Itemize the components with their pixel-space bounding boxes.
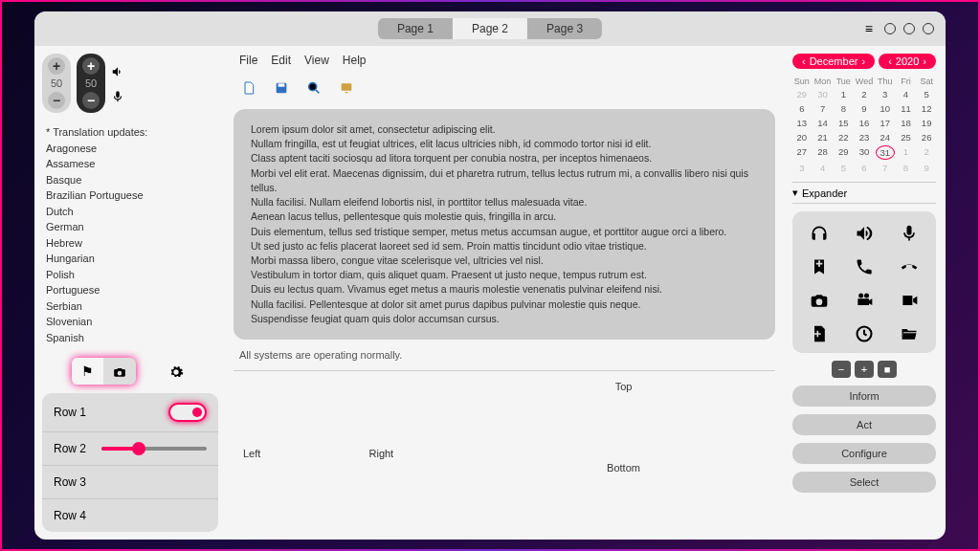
calendar-day-dim[interactable]: 30 (813, 88, 833, 100)
calendar-day-dim[interactable]: 5 (834, 162, 853, 174)
calendar-day[interactable]: 6 (792, 102, 812, 115)
mini-plus-button[interactable]: + (855, 361, 874, 378)
calendar-day[interactable]: 4 (897, 88, 916, 100)
row-3[interactable]: Row 3 (42, 466, 218, 499)
mini-stop-button[interactable]: ■ (878, 361, 897, 378)
menu-edit[interactable]: Edit (271, 54, 291, 67)
calendar-day[interactable]: 22 (834, 131, 853, 143)
calendar-day[interactable]: 8 (834, 102, 853, 115)
list-item[interactable]: Spanish (46, 330, 214, 346)
calendar-day[interactable]: 9 (855, 102, 874, 115)
expander-header[interactable]: ▾ Expander (792, 182, 936, 204)
list-item[interactable]: Slovenian (46, 314, 214, 330)
calendar-day[interactable]: 29 (834, 145, 853, 160)
list-item[interactable]: Dutch (46, 204, 214, 220)
row-2[interactable]: Row 2 (42, 432, 218, 466)
volume-icon[interactable] (111, 63, 124, 78)
calendar-day[interactable]: 28 (813, 145, 833, 160)
calendar-grid[interactable]: SunMonTueWedThuFriSat2930123456789101112… (792, 77, 936, 174)
row-1[interactable]: Row 1 (42, 393, 218, 432)
list-item[interactable]: Aragonese (46, 141, 214, 157)
save-button[interactable] (268, 75, 295, 101)
calendar-day[interactable]: 18 (897, 117, 916, 129)
calendar-day-dim[interactable]: 2 (917, 145, 936, 160)
list-item[interactable]: Serbian (46, 298, 214, 315)
calendar-day[interactable]: 16 (855, 117, 874, 129)
calendar-day[interactable]: 1 (834, 88, 853, 100)
calendar-day[interactable]: 17 (876, 117, 895, 129)
spinner-light-minus[interactable]: − (48, 92, 65, 109)
list-item[interactable]: Brazilian Portuguese (46, 187, 214, 204)
calendar-day[interactable]: 11 (897, 102, 916, 115)
chevron-right-icon[interactable]: › (861, 55, 865, 67)
volume-icon[interactable] (855, 221, 874, 243)
menu-file[interactable]: File (239, 54, 257, 67)
spinner-light-plus[interactable]: + (48, 57, 65, 75)
headphones-icon[interactable] (810, 221, 829, 243)
calendar-day[interactable]: 2 (855, 88, 874, 100)
tab-page3[interactable]: Page 3 (527, 18, 602, 39)
row-1-switch[interactable] (168, 403, 207, 422)
calendar-day-dim[interactable]: 3 (792, 162, 812, 174)
microphone-icon[interactable] (900, 221, 919, 243)
clock-icon[interactable] (855, 321, 874, 343)
calendar-day[interactable]: 5 (917, 88, 936, 100)
file-add-icon[interactable] (810, 321, 829, 343)
chevron-left-icon[interactable]: ‹ (802, 55, 806, 67)
tab-page1[interactable]: Page 1 (378, 18, 453, 39)
menu-view[interactable]: View (304, 54, 329, 67)
row-2-slider[interactable] (101, 447, 207, 451)
calendar-day-dim[interactable]: 1 (897, 145, 916, 160)
close-icon[interactable] (923, 23, 934, 34)
slider-knob[interactable] (132, 442, 145, 455)
calendar-day[interactable]: 31 (876, 145, 895, 160)
calendar-day-dim[interactable]: 6 (855, 162, 874, 174)
maximize-icon[interactable] (903, 23, 915, 34)
list-item[interactable]: Hebrew (46, 235, 214, 252)
bookmark-add-icon[interactable] (810, 254, 829, 276)
menu-help[interactable]: Help (343, 54, 367, 67)
calendar-day-dim[interactable]: 29 (792, 88, 812, 100)
calendar-day[interactable]: 12 (917, 102, 936, 115)
video-icon[interactable] (900, 288, 919, 310)
phone-icon[interactable] (855, 254, 874, 276)
calendar-day[interactable]: 25 (897, 131, 916, 143)
hangup-icon[interactable] (900, 254, 919, 276)
calendar-day[interactable]: 20 (792, 131, 812, 143)
list-item[interactable]: Assamese (46, 156, 214, 172)
microphone-icon[interactable] (111, 88, 124, 103)
calendar-day-dim[interactable]: 9 (917, 162, 936, 174)
select-button[interactable]: Select (792, 472, 936, 493)
calendar-month[interactable]: ‹December› (792, 54, 875, 69)
list-item[interactable]: Portuguese (46, 282, 214, 298)
calendar-day[interactable]: 15 (834, 117, 853, 129)
camera-icon[interactable] (810, 288, 829, 310)
spinner-dark-minus[interactable]: − (82, 92, 100, 109)
act-button[interactable]: Act (792, 414, 936, 435)
calendar-day[interactable]: 26 (917, 131, 936, 143)
row-4[interactable]: Row 4 (42, 499, 218, 532)
mini-minus-button[interactable]: − (832, 361, 851, 378)
new-doc-button[interactable] (235, 75, 262, 101)
tab-page2[interactable]: Page 2 (453, 18, 527, 39)
inform-button[interactable]: Inform (792, 386, 936, 407)
calendar-day[interactable]: 27 (792, 145, 812, 160)
list-item[interactable]: Hungarian (46, 251, 214, 267)
calendar-day[interactable]: 7 (813, 102, 833, 115)
menu-icon[interactable]: ≡ (865, 21, 873, 36)
configure-button[interactable]: Configure (792, 443, 936, 464)
calendar-day[interactable]: 10 (876, 102, 895, 115)
chevron-left-icon[interactable]: ‹ (888, 55, 892, 67)
minimize-icon[interactable] (884, 23, 896, 34)
calendar-day-dim[interactable]: 4 (813, 162, 833, 174)
camera-button[interactable] (103, 358, 136, 385)
calendar-day-dim[interactable]: 7 (876, 162, 895, 174)
folder-open-icon[interactable] (900, 321, 919, 343)
calendar-day[interactable]: 14 (813, 117, 833, 129)
calendar-year[interactable]: ‹2020› (879, 54, 936, 69)
calendar-day[interactable]: 30 (855, 145, 874, 160)
list-item[interactable]: Basque (46, 172, 214, 188)
search-button[interactable] (301, 75, 327, 101)
flag-button[interactable]: ⚑ (72, 358, 103, 385)
list-item[interactable]: Polish (46, 267, 214, 283)
